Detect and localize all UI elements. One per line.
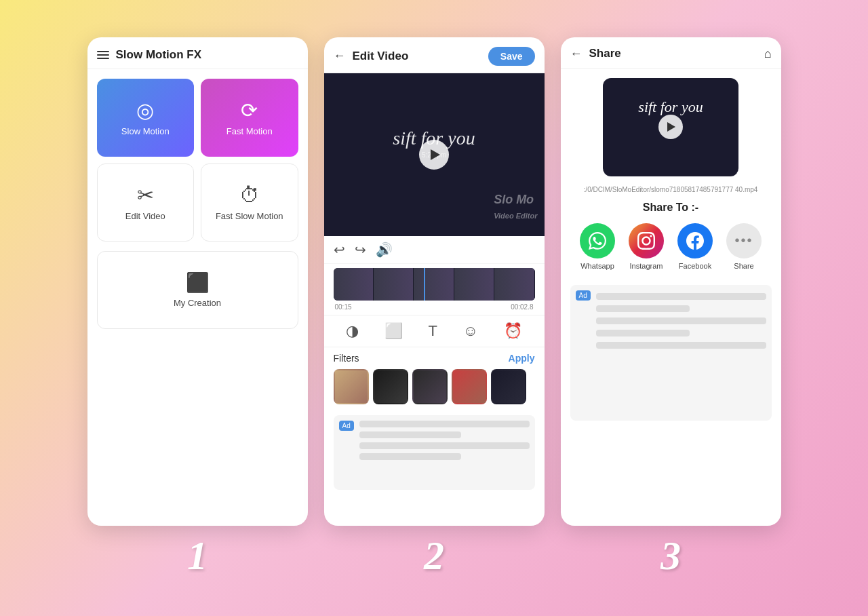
ad-content-3 [596, 290, 766, 415]
timeline-thumb-4 [454, 268, 494, 301]
ad-line-4 [359, 453, 461, 460]
timeline-cursor[interactable] [424, 268, 425, 301]
share-video-text: sift for you [638, 98, 703, 116]
emoji-tool-icon[interactable]: ☺ [463, 322, 478, 340]
facebook-label: Facebook [679, 262, 711, 270]
instagram-label: Instagram [630, 262, 663, 270]
s3-ad-line-2 [596, 305, 690, 312]
ad-line-1 [359, 421, 530, 427]
playback-controls: ↩ ↪ 🔊 [324, 236, 545, 264]
fast-motion-button[interactable]: ⟳ Fast Motion [201, 79, 298, 157]
my-creation-button[interactable]: ⬛ My Creation [97, 251, 298, 329]
more-share[interactable]: ••• Share [726, 223, 762, 270]
fast-slow-motion-button[interactable]: ⏱ Fast Slow Motion [201, 163, 298, 242]
ad-tag-3: Ad [576, 290, 591, 301]
ad-line-3 [359, 442, 530, 449]
filter-thumb-4[interactable] [452, 369, 487, 404]
editing-tools: ◑ ⬜ T ☺ ⏰ [324, 315, 545, 347]
timeline-area: 00:15 00:02.8 [324, 264, 545, 315]
filters-section: Filters Apply [324, 347, 545, 410]
redo-icon[interactable]: ↪ [355, 242, 366, 258]
fast-slow-label: Fast Slow Motion [216, 211, 283, 221]
timeline-thumb-5 [494, 268, 534, 301]
video-watermark: Slo Mo Video Editor [494, 193, 537, 222]
step-2-container: ← Edit Video Save sift for you 5:25 pm S… [324, 37, 545, 579]
step-1-container: Slow Motion FX ◎ Slow Motion ⟳ Fast Moti… [87, 37, 308, 579]
step-number-1: 1 [187, 533, 208, 579]
crop-tool-icon[interactable]: ⬜ [384, 322, 403, 340]
instagram-icon [629, 223, 664, 258]
screen-2: ← Edit Video Save sift for you 5:25 pm S… [324, 37, 545, 526]
timeline-thumb-3 [414, 268, 454, 301]
whatsapp-share[interactable]: Whatsapp [580, 223, 615, 270]
screen2-title: Edit Video [353, 50, 481, 63]
screen-1: Slow Motion FX ◎ Slow Motion ⟳ Fast Moti… [87, 37, 308, 526]
share-video-play-button[interactable] [658, 115, 683, 139]
fast-motion-label: Fast Motion [226, 126, 273, 136]
menu-icon[interactable] [97, 51, 109, 59]
video-play-button[interactable] [419, 140, 449, 170]
save-button[interactable]: Save [488, 47, 535, 66]
timeline-bar[interactable] [334, 268, 535, 301]
my-creation-label: My Creation [174, 298, 221, 308]
s3-ad-line-4 [596, 330, 690, 336]
facebook-share[interactable]: Facebook [677, 223, 713, 270]
share-apps: Whatsapp Instagram Facebook ••• Share [561, 223, 781, 270]
edit-video-icon: ✂ [137, 183, 154, 207]
step-number-3: 3 [660, 533, 681, 579]
filter-thumb-5[interactable] [491, 369, 526, 404]
color-tool-icon[interactable]: ◑ [346, 322, 359, 340]
screen3-back-icon[interactable]: ← [570, 47, 583, 61]
slow-motion-label: Slow Motion [121, 126, 170, 136]
instagram-share[interactable]: Instagram [629, 223, 664, 270]
slow-motion-icon: ◎ [136, 98, 154, 122]
back-arrow-icon[interactable]: ← [334, 49, 346, 63]
ad-banner-2: Ad [334, 415, 535, 490]
volume-icon[interactable]: 🔊 [376, 242, 393, 258]
timeline-thumb-1 [334, 268, 374, 301]
ad-banner-3: Ad [570, 285, 772, 421]
slow-motion-button[interactable]: ◎ Slow Motion [97, 79, 195, 157]
screen1-header: Slow Motion FX [87, 37, 308, 69]
filter-thumbnails [334, 369, 535, 404]
home-icon[interactable]: ⌂ [764, 47, 772, 61]
fast-slow-icon: ⏱ [239, 184, 260, 207]
facebook-icon [677, 223, 713, 258]
filters-label: Filters [334, 353, 359, 364]
screen1-title: Slow Motion FX [116, 48, 202, 62]
s3-ad-line-3 [596, 317, 766, 324]
whatsapp-icon [580, 223, 615, 258]
screen2-header: ← Edit Video Save [324, 37, 545, 73]
share-video-thumbnail: sift for you [603, 78, 738, 176]
ad-content-2 [359, 421, 530, 484]
apply-button[interactable]: Apply [509, 353, 535, 364]
screen3-title: Share [589, 47, 757, 60]
my-creation-icon: ⬛ [186, 271, 210, 294]
text-tool-icon[interactable]: T [429, 322, 437, 340]
screen-3: ← Share ⌂ sift for you :/0/DCIM/SloMoEdi… [561, 37, 781, 526]
timer-tool-icon[interactable]: ⏰ [504, 322, 522, 340]
screen3-header: ← Share ⌂ [561, 37, 781, 69]
file-path: :/0/DCIM/SloMoEditor/slomo71805817485791… [561, 186, 781, 193]
undo-icon[interactable]: ↩ [334, 242, 345, 258]
step-3-container: ← Share ⌂ sift for you :/0/DCIM/SloMoEdi… [561, 37, 781, 579]
whatsapp-label: Whatsapp [580, 262, 614, 270]
timeline-times: 00:15 00:02.8 [334, 303, 535, 311]
filters-header: Filters Apply [334, 353, 535, 364]
fast-motion-icon: ⟳ [241, 98, 258, 122]
video-preview: sift for you 5:25 pm Slo Mo Video Editor [324, 73, 545, 236]
filter-thumb-2[interactable] [373, 369, 408, 404]
step-number-2: 2 [424, 533, 444, 579]
filter-thumb-1[interactable] [334, 369, 369, 404]
edit-video-button[interactable]: ✂ Edit Video [97, 163, 195, 242]
more-icon: ••• [726, 223, 762, 258]
ad-line-2 [359, 431, 461, 438]
screen1-grid: ◎ Slow Motion ⟳ Fast Motion ✂ Edit Video… [87, 69, 308, 251]
filter-thumb-3[interactable] [412, 369, 448, 404]
ad-tag-2: Ad [339, 421, 354, 431]
time-start: 00:15 [335, 303, 352, 311]
more-label: Share [734, 262, 753, 270]
s3-ad-line-5 [596, 342, 766, 349]
time-current: 00:02.8 [511, 303, 533, 311]
timeline-thumb-2 [374, 268, 414, 301]
